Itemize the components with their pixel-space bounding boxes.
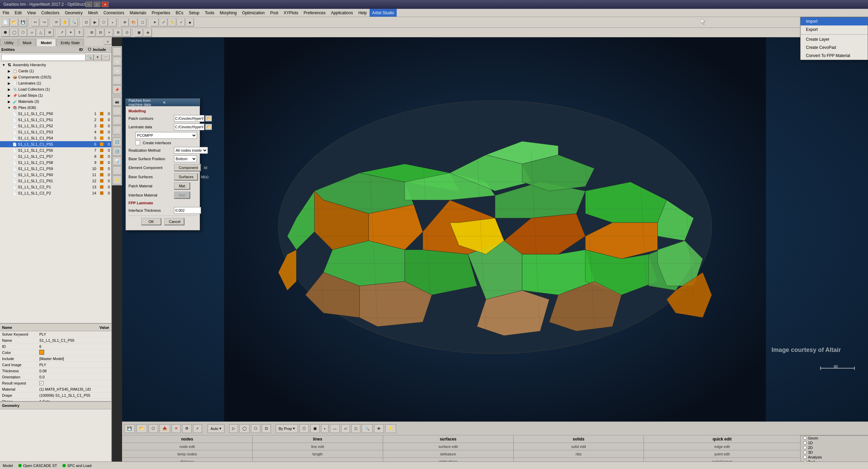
save-btn[interactable]: 💾 <box>19 18 27 26</box>
panel-ribs[interactable]: ribs <box>514 450 644 457</box>
menu-properties[interactable]: Properties <box>149 9 173 17</box>
interface-thickness-input[interactable]: 0.002 <box>174 207 201 214</box>
t2-btn1[interactable]: ⬢ <box>1 29 9 37</box>
menu-applications[interactable]: Applications <box>328 9 356 17</box>
open-btn[interactable]: 📂 <box>10 18 18 26</box>
panel-length[interactable]: length <box>253 450 383 457</box>
panel-defeature[interactable]: defeature <box>383 450 514 457</box>
t2-btn6[interactable]: ⊕ <box>45 29 54 37</box>
radio-3d[interactable]: 3D <box>803 450 865 454</box>
t2-btn16[interactable]: ◈ <box>144 29 152 37</box>
menu-xyplots[interactable]: XYPlots <box>281 9 301 17</box>
menu-convert-fpp[interactable]: Convert To FPP Material <box>801 52 868 60</box>
settings2-btn[interactable]: ⚙ <box>182 424 192 433</box>
search-more[interactable]: ⋯ <box>102 54 110 60</box>
menu-collectors[interactable]: Collectors <box>39 9 62 17</box>
tree-item-p50[interactable]: 📄 S1_L1_SL1_C1_P50 1 0 <box>0 111 111 117</box>
wireframe-btn[interactable]: ◻ <box>138 18 146 26</box>
t2-btn7[interactable]: ↗ <box>58 29 66 37</box>
color-btn[interactable]: 🎨 <box>130 18 138 26</box>
panel-solidedit[interactable]: solid edit <box>514 443 644 450</box>
close-button[interactable]: ✕ <box>102 2 108 7</box>
tree-item-p55[interactable]: 📄 S1_L1_SL1_C1_P55 6 0 <box>0 141 111 147</box>
search-button[interactable]: 🔍 <box>85 54 94 60</box>
tree-item-loadcollectors[interactable]: ▶ 📎 Load Collectors (1) <box>0 86 111 92</box>
radio-2d[interactable]: 2D <box>803 446 865 450</box>
arrow-btn[interactable]: ➤ <box>151 18 159 26</box>
tree-item-cards[interactable]: ▶ 📋 Cards (1) <box>0 68 111 74</box>
menu-morphing[interactable]: Morphing <box>217 9 239 17</box>
cancel-button[interactable]: Cancel <box>164 218 184 225</box>
tree-item-c2p2[interactable]: 📄 S1_L1_SL1_C2_P2 14 0 <box>0 190 111 196</box>
auto-dropdown[interactable]: Auto ▾ <box>208 424 224 433</box>
tree-item-assembly[interactable]: ▼ 🏗 Assembly Hierarchy <box>0 62 111 68</box>
panel-solids[interactable]: solids <box>514 435 644 443</box>
tree-item-p53[interactable]: 📄 S1_L1_SL1_C1_P53 4 0 <box>0 129 111 135</box>
surface2-btn[interactable]: ▱ <box>341 424 350 433</box>
undo-btn[interactable]: ↩ <box>31 18 39 26</box>
view-btn[interactable]: ⊡ <box>262 424 271 433</box>
tree-item-p58[interactable]: 📄 S1_L1_SL1_C1_P58 9 0 <box>0 160 111 166</box>
check-btn[interactable]: ✓ <box>177 18 185 26</box>
patch-contours-browse[interactable]: 📂 <box>205 115 212 121</box>
redo-btn[interactable]: ↪ <box>40 18 48 26</box>
menu-optimization[interactable]: Optimization <box>239 9 268 17</box>
check2-btn[interactable]: ✓ <box>193 424 202 433</box>
panel-tempnodes[interactable]: temp nodes <box>122 450 253 457</box>
panel-nodes[interactable]: nodes <box>122 435 253 443</box>
tab-mask[interactable]: Mask <box>18 39 36 46</box>
icon14[interactable]: ⭐ <box>113 175 121 184</box>
tree-item-p51[interactable]: 📄 S1_L1_SL1_C1_P51 2 0 <box>0 117 111 123</box>
cube-btn[interactable]: ▣ <box>310 424 320 433</box>
grid-btn[interactable]: ⬡ <box>149 424 158 433</box>
pcompp-select[interactable]: PCOMPP <box>135 132 197 139</box>
display-btn[interactable]: 👁 <box>121 18 129 26</box>
radio-1d-circle[interactable] <box>803 441 807 445</box>
patch-mat-button[interactable]: Mat <box>174 182 190 190</box>
select-btn[interactable]: ▶ <box>91 18 99 26</box>
menu-edit[interactable]: Edit <box>12 9 24 17</box>
panel-close[interactable]: ✕ <box>104 39 112 45</box>
radio-geom-circle[interactable] <box>803 436 807 440</box>
menu-create-cevopad[interactable]: Create CevoPad <box>801 43 868 52</box>
laminate-data-browse[interactable]: 📂 <box>205 124 212 130</box>
tree-item-p54[interactable]: 📄 S1_L1_SL1_C1_P54 5 0 <box>0 135 111 141</box>
t2-btn3[interactable]: ⬡ <box>19 29 27 37</box>
menu-view[interactable]: View <box>24 9 39 17</box>
menu-help[interactable]: Help <box>356 9 370 17</box>
viewport[interactable]: Image courtesy of Altair 80 <box>122 37 868 421</box>
tree-item-p59[interactable]: 📄 S1_L1_SL1_C1_P59 10 0 <box>0 166 111 172</box>
radio-geom[interactable]: Geom <box>803 436 865 440</box>
measure-btn[interactable]: 📏 <box>168 18 176 26</box>
disk-btn[interactable]: 💾 <box>124 424 135 433</box>
menu-create-layer[interactable]: Create Layer <box>801 35 868 43</box>
result-checkbox[interactable]: ✓ <box>39 381 43 385</box>
folder2-btn[interactable]: 📂 <box>136 424 147 433</box>
mesh-btn[interactable]: ⬡ <box>100 18 108 26</box>
t2-btn5[interactable]: △ <box>37 29 45 37</box>
icon13[interactable]: ⚙ <box>113 166 121 175</box>
realization-method-select[interactable]: All nodes inside <box>174 147 208 154</box>
fit-btn[interactable]: ⊡ <box>82 18 90 26</box>
tree-item-loadsteps[interactable]: ▶ 📌 Load Steps (1) <box>0 92 111 98</box>
tree-item-plies[interactable]: ▼ 📚 Plies (638) <box>0 105 111 111</box>
menu-artiststudio[interactable]: Artist Studio <box>370 9 397 17</box>
tree-item-p56[interactable]: 📄 S1_L1_SL1_C1_P56 7 0 <box>0 147 111 153</box>
icon1[interactable]: ⬡ <box>113 47 121 56</box>
icon11[interactable]: 🔣 <box>113 147 121 156</box>
t2-btn12[interactable]: ⌖ <box>105 29 113 37</box>
tree-item-p61[interactable]: 📄 S1_L1_SL1_C1_P61 12 0 <box>0 178 111 184</box>
tab-utility[interactable]: Utility <box>0 39 18 46</box>
radio-analysis[interactable]: Analysis <box>803 455 865 459</box>
radio-analysis-circle[interactable] <box>803 455 807 459</box>
dot-btn[interactable]: • <box>321 424 329 433</box>
panel-lines[interactable]: lines <box>253 435 383 443</box>
tab-model[interactable]: Model <box>36 39 56 46</box>
panel-surfaces[interactable]: surfaces <box>383 435 514 443</box>
panel-nodeedit[interactable]: node edit <box>122 443 253 450</box>
ok-button[interactable]: OK <box>141 218 161 225</box>
maximize-button[interactable]: □ <box>94 2 100 7</box>
eye2-btn[interactable]: 👁 <box>374 424 384 433</box>
panel-pointedit[interactable]: point edit <box>644 450 800 457</box>
menu-tools[interactable]: Tools <box>202 9 217 17</box>
